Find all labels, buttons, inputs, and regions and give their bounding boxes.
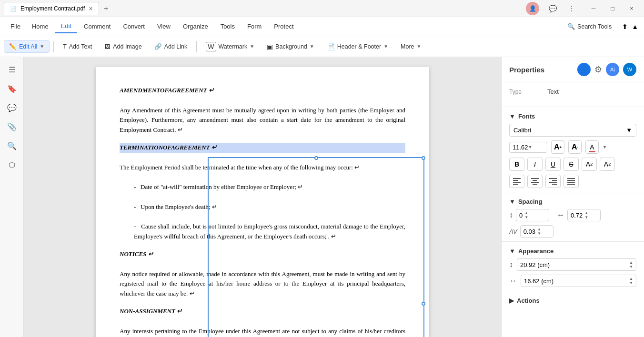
av-spacing-value: 0.03 bbox=[523, 228, 535, 235]
av-spacing-input[interactable]: 0.03 ▲▼ bbox=[520, 225, 553, 238]
menubar: File Home Edit Comment Convert View Orga… bbox=[0, 17, 644, 36]
edit-toolbar: ✏️ Edit All ▼ T Add Text 🖼 Add Image 🔗 A… bbox=[0, 36, 644, 57]
separator-1 bbox=[53, 41, 54, 52]
azure-icon[interactable]: W bbox=[623, 63, 636, 76]
edit-all-button[interactable]: ✏️ Edit All ▼ bbox=[4, 40, 50, 53]
menu-comment[interactable]: Comment bbox=[78, 20, 116, 33]
notices-title: NOTICES ↵ bbox=[120, 249, 405, 259]
bullet-dash-1: - bbox=[134, 183, 136, 190]
profile-icon[interactable]: 👤 bbox=[526, 2, 539, 15]
collapse-icon[interactable]: ▲ bbox=[632, 23, 638, 30]
line-spacing-icon: ↕ bbox=[509, 211, 513, 219]
close-button[interactable]: × bbox=[623, 2, 640, 15]
main-area: ☰ 🔖 💬 📎 🔍 ⬡ AMENDMENTOFAGREEMENT ↵ Any A… bbox=[0, 57, 644, 337]
sidebar-pages-icon[interactable]: ☰ bbox=[3, 61, 20, 78]
line-spacing-input[interactable]: 0 ▲▼ bbox=[516, 209, 549, 221]
font-size-input[interactable]: 11.62 ▼ bbox=[509, 142, 547, 153]
header-footer-label: Header & Footer bbox=[337, 43, 381, 50]
strikethrough-button[interactable]: S bbox=[564, 158, 579, 171]
more-button[interactable]: More ▼ bbox=[395, 40, 426, 53]
upload-icon[interactable]: ⬆ bbox=[622, 23, 628, 30]
tab-label: Employment Contract.pdf bbox=[20, 5, 85, 12]
add-link-button[interactable]: 🔗 Add Link bbox=[149, 40, 193, 53]
appearance-section-label: Appearance bbox=[518, 248, 553, 255]
browser-tab[interactable]: 📄 Employment Contract.pdf × bbox=[4, 2, 99, 15]
sidebar-attachments-icon[interactable]: 📎 bbox=[3, 118, 20, 135]
sidebar-layers-icon[interactable]: ⬡ bbox=[3, 156, 20, 173]
chat-icon[interactable]: 💬 bbox=[547, 3, 558, 14]
font-color-button[interactable]: A bbox=[585, 140, 599, 154]
char-spacing-input[interactable]: 0.72 ▲▼ bbox=[567, 209, 601, 221]
sidebar-search-icon[interactable]: 🔍 bbox=[3, 137, 20, 154]
spacing-collapse[interactable]: ▼ Spacing bbox=[502, 194, 644, 209]
align-left-button[interactable] bbox=[509, 175, 524, 188]
maximize-button[interactable]: □ bbox=[604, 2, 621, 15]
italic-button[interactable]: I bbox=[527, 158, 543, 171]
line-spacing-arrows[interactable]: ▲▼ bbox=[524, 211, 528, 219]
align-right-button[interactable] bbox=[545, 175, 561, 188]
decrease-font-button[interactable]: A- bbox=[568, 140, 582, 154]
menu-convert[interactable]: Convert bbox=[117, 20, 151, 33]
menu-tools[interactable]: Tools bbox=[215, 20, 241, 33]
more-options-icon[interactable]: ⋮ bbox=[566, 3, 577, 14]
panel-scroll[interactable]: Properties 👤 ⚙ Ai W × Type Text ▼ bbox=[502, 57, 644, 337]
minimize-button[interactable]: ─ bbox=[585, 2, 602, 15]
divider-2 bbox=[502, 192, 644, 192]
window-controls: ─ □ × bbox=[585, 2, 640, 15]
align-center-button[interactable] bbox=[527, 175, 543, 188]
menu-view[interactable]: View bbox=[151, 20, 176, 33]
menu-organize[interactable]: Organize bbox=[177, 20, 214, 33]
watermark-button[interactable]: W Watermark ▼ bbox=[201, 39, 260, 54]
sidebar-comments-icon[interactable]: 💬 bbox=[3, 99, 20, 116]
spacing-collapse-arrow: ▼ bbox=[509, 198, 515, 205]
underline-button[interactable]: U bbox=[545, 158, 561, 171]
user-icon[interactable]: 👤 bbox=[577, 63, 591, 76]
bold-button[interactable]: B bbox=[509, 158, 524, 171]
search-tools-button[interactable]: 🔍 Search Tools bbox=[562, 20, 617, 32]
fonts-collapse[interactable]: ▼ Fonts bbox=[502, 109, 644, 124]
resize-handle-right[interactable] bbox=[422, 302, 425, 306]
settings-icon[interactable]: ⚙ bbox=[594, 64, 602, 75]
font-family-select[interactable]: Calibri ▼ bbox=[509, 124, 636, 137]
background-button[interactable]: ▣ Background ▼ bbox=[262, 40, 320, 53]
svg-rect-9 bbox=[552, 180, 557, 181]
ai-icon[interactable]: Ai bbox=[606, 63, 619, 76]
text-icon: T bbox=[63, 43, 67, 50]
line-spacing-value: 0 bbox=[519, 212, 523, 219]
link-icon: 🔗 bbox=[154, 43, 162, 50]
notices-body: Any notice required or allowable, made i… bbox=[120, 269, 405, 299]
subscript-button[interactable]: A2 bbox=[600, 158, 615, 171]
actions-collapse[interactable]: ▶ Actions bbox=[502, 293, 644, 308]
menu-edit[interactable]: Edit bbox=[55, 20, 77, 33]
resize-handle-tr[interactable] bbox=[422, 156, 425, 160]
menu-protect[interactable]: Protect bbox=[268, 20, 299, 33]
bullet-dash-2: - bbox=[134, 203, 136, 210]
char-spacing-arrows[interactable]: ▲▼ bbox=[584, 211, 588, 219]
height-arrows[interactable]: ▲▼ bbox=[629, 260, 633, 269]
superscript-button[interactable]: A2 bbox=[582, 158, 597, 171]
menu-file[interactable]: File bbox=[6, 21, 25, 32]
svg-rect-2 bbox=[513, 182, 521, 183]
more-arrow: ▼ bbox=[417, 44, 422, 49]
add-image-button[interactable]: 🖼 Add Image bbox=[99, 40, 147, 53]
svg-rect-12 bbox=[567, 178, 575, 179]
sidebar-bookmarks-icon[interactable]: 🔖 bbox=[3, 80, 20, 97]
add-text-button[interactable]: T Add Text bbox=[58, 40, 97, 53]
divider-1 bbox=[502, 107, 644, 107]
width-input[interactable]: 16.62 (cm) ▲▼ bbox=[521, 275, 636, 287]
new-tab-button[interactable]: + bbox=[101, 3, 111, 14]
line-spacing-group: ↕ 0 ▲▼ bbox=[509, 209, 549, 221]
av-spacing-label: AV bbox=[509, 228, 517, 235]
av-spacing-arrows[interactable]: ▲▼ bbox=[537, 227, 541, 236]
menu-home[interactable]: Home bbox=[26, 20, 54, 33]
appearance-collapse[interactable]: ▼ Appearance bbox=[502, 244, 644, 258]
actions-collapse-arrow: ▶ bbox=[509, 297, 514, 304]
width-arrows[interactable]: ▲▼ bbox=[629, 277, 633, 285]
type-label: Type bbox=[509, 89, 547, 95]
increase-font-button[interactable]: A+ bbox=[551, 140, 564, 154]
header-footer-button[interactable]: 📄 Header & Footer ▼ bbox=[322, 40, 393, 53]
menu-form[interactable]: Form bbox=[242, 20, 267, 33]
align-justify-button[interactable] bbox=[564, 175, 579, 188]
close-tab-button[interactable]: × bbox=[89, 5, 92, 12]
height-input[interactable]: 20.92 (cm) ▲▼ bbox=[517, 258, 636, 271]
